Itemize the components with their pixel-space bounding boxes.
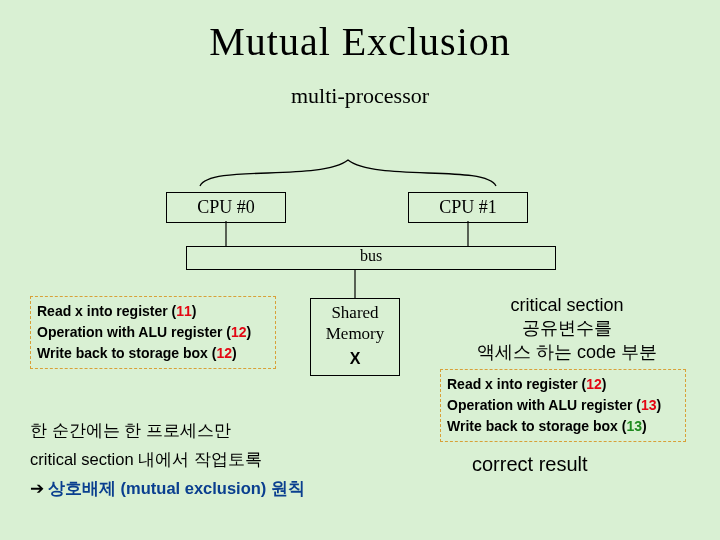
slide-subtitle: multi-processor: [0, 83, 720, 109]
ops-left-line-0: Read x into register (11): [37, 301, 269, 322]
shared-memory-line-0: Shared: [311, 302, 399, 323]
mutual-exclusion-principle: 한 순간에는 한 프로세스만 critical section 내에서 작업토록…: [30, 416, 380, 503]
critical-section-label: critical section 공유변수를 액세스 하는 code 부분: [432, 294, 702, 364]
cpu-0-box: CPU #0: [166, 192, 286, 223]
ops-left-line-1: Operation with ALU register (12): [37, 322, 269, 343]
cpu-1-box: CPU #1: [408, 192, 528, 223]
principle-line-2: ➔상호배제 (mutual exclusion) 원칙: [30, 474, 380, 503]
slide-title: Mutual Exclusion: [0, 0, 720, 65]
shared-memory-box: Shared Memory X: [310, 298, 400, 376]
critical-section-title: critical section: [432, 294, 702, 317]
bus-box: bus: [186, 246, 556, 270]
ops-right-line-0: Read x into register (12): [447, 374, 679, 395]
arrow-right-icon: ➔: [30, 479, 44, 497]
ops-right-box: Read x into register (12) Operation with…: [440, 369, 686, 442]
principle-line-1: critical section 내에서 작업토록: [30, 445, 380, 474]
ops-left-box: Read x into register (11) Operation with…: [30, 296, 276, 369]
ops-right-line-2: Write back to storage box (13): [447, 416, 679, 437]
principle-line-0: 한 순간에는 한 프로세스만: [30, 416, 380, 445]
critical-section-line-1: 공유변수를: [432, 317, 702, 340]
shared-variable-x: X: [311, 349, 399, 369]
critical-section-line-2: 액세스 하는 code 부분: [432, 341, 702, 364]
shared-memory-line-1: Memory: [311, 323, 399, 344]
ops-right-line-1: Operation with ALU register (13): [447, 395, 679, 416]
correct-result-label: correct result: [472, 453, 588, 476]
ops-left-line-2: Write back to storage box (12): [37, 343, 269, 364]
